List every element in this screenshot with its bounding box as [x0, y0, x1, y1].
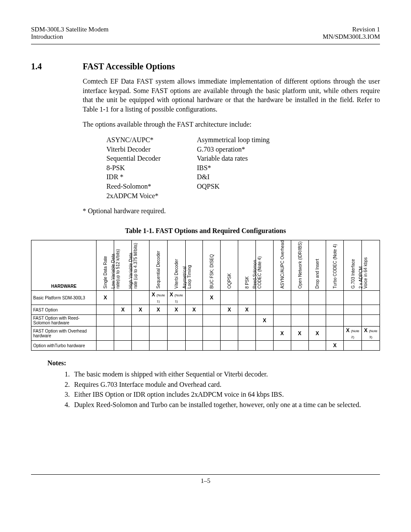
- table-row: Basic Platform SDM-300L3XX (Note 1)X (No…: [31, 291, 380, 305]
- column-header: Open Network (IDR/IBS): [291, 240, 308, 291]
- note-item: Requires G.703 Interface module and Over…: [72, 380, 380, 389]
- option-item: IDR *: [106, 172, 197, 182]
- header-rule: [31, 44, 380, 44]
- table-cell: X: [203, 291, 221, 305]
- body-text: Comtech EF Data FAST system allows immed…: [83, 77, 380, 129]
- row-label: Option withTurbo hardware: [31, 341, 97, 351]
- option-item: G.703 operation*: [197, 145, 287, 154]
- table-cell: [203, 305, 221, 315]
- options-col-2: Asymmetrical loop timingG.703 operation*…: [197, 135, 287, 200]
- table-cell: [114, 315, 132, 327]
- table-cell: X: [97, 291, 114, 305]
- table-cell: [238, 327, 256, 341]
- table-cell: [255, 341, 273, 351]
- table-cell: [203, 327, 221, 341]
- table-cell: [167, 327, 185, 341]
- column-header: ASYNC/AUPC Overhead: [273, 240, 291, 291]
- table-cell: [362, 315, 380, 327]
- table-cell: [273, 305, 291, 315]
- table-cell: X (Note 1): [167, 291, 185, 305]
- table-cell: [326, 305, 344, 315]
- table-row: FAST OptionXXXXXXX: [31, 305, 380, 315]
- table-cell: [185, 291, 203, 305]
- footer-rule: [31, 474, 380, 475]
- table-cell: X: [149, 305, 168, 315]
- table-cell: [344, 305, 362, 315]
- header-left-1: SDM-300L3 Satellite Modem: [31, 26, 109, 33]
- option-item: IBS*: [197, 163, 287, 173]
- table-cell: [221, 327, 238, 341]
- row-label: FAST Option with Overhead hardware: [31, 327, 97, 341]
- table-cell: [185, 341, 203, 351]
- column-header: 2 x ADPCMVoice in 64 kbps: [362, 240, 380, 291]
- option-item: Reed-Solomon*: [106, 182, 197, 191]
- page-number: 1–5: [31, 477, 380, 485]
- option-item: OQPSK: [197, 182, 287, 191]
- table-row: FAST Option with Reed-Solomon hardwareX: [31, 315, 380, 327]
- option-item: Sequential Decoder: [106, 154, 197, 163]
- table-cell: [149, 315, 168, 327]
- table-cell: [326, 291, 344, 305]
- table-caption: Table 1-1. FAST Options and Required Con…: [31, 227, 380, 235]
- column-header: Reed-SolomonCODEC (Note 4): [255, 240, 273, 291]
- table-cell: X: [221, 305, 238, 315]
- table-cell: X (Note 2): [344, 327, 362, 341]
- table-cell: [273, 315, 291, 327]
- notes-list: The basic modem is shipped with either S…: [72, 370, 380, 409]
- table-cell: [97, 305, 114, 315]
- note-item: Duplex Reed-Solomon and Turbo can be ins…: [72, 400, 380, 410]
- option-item: 2xADPCM Voice*: [106, 191, 197, 201]
- table-cell: [185, 315, 203, 327]
- table-cell: X: [308, 327, 326, 341]
- table-cell: [97, 315, 114, 327]
- table-cell: X (Note 1): [149, 291, 168, 305]
- table-cell: [255, 305, 273, 315]
- table-cell: [238, 291, 256, 305]
- table-cell: X: [238, 305, 256, 315]
- table-cell: [291, 341, 308, 351]
- header-right-1: Revision 1: [352, 26, 380, 33]
- table-cell: [308, 291, 326, 305]
- table-cell: [255, 327, 273, 341]
- table-cell: [344, 315, 362, 327]
- section-heading: 1.4 FAST Accessible Options: [31, 62, 380, 72]
- paragraph-2: The options available through the FAST a…: [83, 120, 380, 129]
- table-cell: [203, 315, 221, 327]
- option-item: 8-PSK: [106, 163, 197, 173]
- table-cell: X: [167, 305, 185, 315]
- column-header: Turbo CODEC (Note 4): [326, 240, 344, 291]
- table-cell: X: [255, 315, 273, 327]
- section-number: 1.4: [31, 62, 83, 72]
- hardware-footnote: * Optional hardware required.: [83, 207, 380, 215]
- table-cell: [97, 341, 114, 351]
- table-cell: [221, 341, 238, 351]
- header-left-2: Introduction: [31, 33, 63, 40]
- table-cell: [238, 315, 256, 327]
- table-cell: [132, 315, 149, 327]
- section-title: FAST Accessible Options: [83, 62, 175, 72]
- paragraph-1: Comtech EF Data FAST system allows immed…: [83, 77, 380, 114]
- table-cell: [221, 315, 238, 327]
- table-cell: X: [326, 341, 344, 351]
- table-cell: [149, 327, 168, 341]
- table-cell: [291, 305, 308, 315]
- table-cell: [185, 327, 203, 341]
- table-row: FAST Option with Overhead hardwareXXXX (…: [31, 327, 380, 341]
- option-item: D&I: [197, 172, 287, 182]
- column-header: High Variable Datarate (up to 4.375 M/bi…: [132, 240, 149, 291]
- option-item: Asymmetrical loop timing: [197, 135, 287, 145]
- table-cell: [326, 315, 344, 327]
- table-cell: [167, 315, 185, 327]
- table-cell: [132, 291, 149, 305]
- table-cell: X: [273, 327, 291, 341]
- option-item: ASYNC/AUPC*: [106, 135, 197, 145]
- hardware-column-header: HARDWARE: [31, 240, 97, 291]
- options-two-column-list: ASYNC/AUPC*Viterbi DecoderSequential Dec…: [106, 135, 380, 200]
- table-cell: [344, 341, 362, 351]
- table-cell: [362, 305, 380, 315]
- header-right-2: MN/SDM300L3.IOM: [323, 33, 380, 40]
- table-cell: [291, 291, 308, 305]
- table-cell: [114, 341, 132, 351]
- column-header: Sequential Decoder: [149, 240, 168, 291]
- table-cell: [308, 315, 326, 327]
